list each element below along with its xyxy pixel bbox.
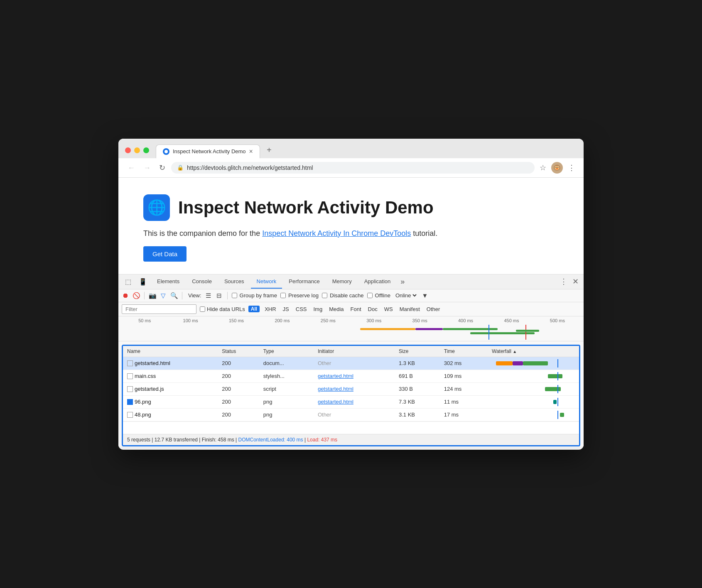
- filter-css[interactable]: CSS: [294, 305, 309, 313]
- get-data-button[interactable]: Get Data: [143, 246, 187, 262]
- filter-js[interactable]: JS: [281, 305, 291, 313]
- new-tab-button[interactable]: +: [263, 144, 275, 157]
- cell-status: 200: [218, 408, 259, 421]
- active-tab[interactable]: Inspect Network Activity Demo ×: [156, 145, 260, 158]
- initiator-other: Other: [318, 360, 331, 366]
- url-bar[interactable]: 🔒 https://devtools.glitch.me/network/get…: [171, 162, 535, 174]
- devtools-close-button[interactable]: ✕: [571, 275, 580, 288]
- url-text: https://devtools.glitch.me/network/getst…: [187, 164, 529, 171]
- initiator-link[interactable]: getstarted.html: [318, 386, 353, 392]
- table-row[interactable]: 48.png 200 png Other 3.1 KB 17 ms: [123, 408, 579, 421]
- initiator-link[interactable]: getstarted.html: [318, 373, 353, 379]
- tl-load-line: [525, 325, 526, 340]
- waterfall-view-button[interactable]: ⊟: [216, 292, 223, 299]
- device-icon[interactable]: 📱: [135, 274, 150, 289]
- toolbar-separator-1: [144, 292, 145, 299]
- tab-bar: Inspect Network Activity Demo × +: [156, 144, 275, 158]
- tl-overview-bar-3: [443, 328, 498, 330]
- offline-checkbox[interactable]: [367, 293, 373, 298]
- filter-img[interactable]: Img: [312, 305, 324, 313]
- record-button[interactable]: ⏺: [122, 292, 129, 299]
- cell-size: 3.1 KB: [395, 408, 440, 421]
- clear-button[interactable]: 🚫: [133, 292, 140, 299]
- dom-content-loaded-text: DOMContentLoaded: 400 ms: [238, 437, 303, 443]
- cell-name: getstarted.html: [123, 357, 218, 370]
- window-controls: [125, 147, 149, 153]
- filter-media[interactable]: Media: [327, 305, 345, 313]
- mark-500: 500 ms: [535, 318, 580, 323]
- status-separator: |: [303, 437, 307, 443]
- toolbar-separator-2: [182, 292, 182, 299]
- group-by-frame-label[interactable]: Group by frame: [232, 292, 277, 299]
- view-label: View:: [188, 292, 201, 299]
- tab-network[interactable]: Network: [251, 275, 282, 289]
- tab-elements[interactable]: Elements: [151, 275, 185, 289]
- cell-waterfall: [488, 395, 579, 408]
- mark-300: 300 ms: [351, 318, 397, 323]
- mark-350: 350 ms: [397, 318, 442, 323]
- camera-button[interactable]: 📷: [149, 292, 156, 299]
- inspect-icon[interactable]: ⬚: [122, 274, 135, 289]
- tab-sources[interactable]: Sources: [218, 275, 250, 289]
- filter-font[interactable]: Font: [349, 305, 363, 313]
- tab-memory[interactable]: Memory: [326, 275, 358, 289]
- offline-label[interactable]: Offline: [367, 292, 390, 299]
- page-title: Inspect Network Activity Demo: [178, 198, 434, 218]
- initiator-link[interactable]: getstarted.html: [318, 399, 353, 405]
- cell-initiator: getstarted.html: [314, 395, 395, 408]
- disable-cache-checkbox[interactable]: [322, 293, 327, 298]
- filter-input[interactable]: [122, 304, 196, 314]
- table-row[interactable]: main.css 200 stylesh... getstarted.html …: [123, 370, 579, 382]
- all-filter-badge[interactable]: All: [248, 306, 260, 312]
- bookmark-button[interactable]: ☆: [538, 162, 548, 174]
- tab-performance[interactable]: Performance: [283, 275, 325, 289]
- more-tabs-button[interactable]: »: [397, 275, 408, 289]
- filter-manifest[interactable]: Manifest: [398, 305, 422, 313]
- list-view-button[interactable]: ☰: [205, 292, 212, 299]
- preserve-log-label[interactable]: Preserve log: [280, 292, 319, 299]
- back-button[interactable]: ←: [125, 162, 137, 173]
- network-table: Name Status Type Initiator Size Time Wat…: [123, 346, 579, 421]
- preserve-log-checkbox[interactable]: [280, 293, 286, 298]
- network-panel-highlighted: Name Status Type Initiator Size Time Wat…: [122, 345, 580, 446]
- tab-favicon: [163, 148, 169, 155]
- tl-overview-bar-4: [470, 332, 535, 334]
- browser-window: Inspect Network Activity Demo × + ← → ↻ …: [118, 139, 584, 450]
- throttle-select[interactable]: Online: [394, 292, 418, 299]
- subtitle-link[interactable]: Inspect Network Activity In Chrome DevTo…: [262, 229, 411, 238]
- filter-doc[interactable]: Doc: [366, 305, 379, 313]
- close-button[interactable]: [125, 147, 131, 153]
- filter-button[interactable]: ▽: [160, 292, 167, 299]
- table-row[interactable]: getstarted.js 200 script getstarted.html…: [123, 382, 579, 395]
- disable-cache-label[interactable]: Disable cache: [322, 292, 364, 299]
- timeline: 50 ms 100 ms 150 ms 200 ms 250 ms 300 ms…: [118, 316, 584, 341]
- profile-avatar[interactable]: 🐵: [551, 162, 563, 174]
- col-status: Status: [218, 346, 259, 357]
- logo-emoji: 🌐: [147, 199, 166, 216]
- menu-button[interactable]: ⋮: [566, 162, 577, 174]
- timeline-bars: [122, 325, 580, 340]
- filter-other[interactable]: Other: [425, 305, 442, 313]
- maximize-button[interactable]: [143, 147, 149, 153]
- cell-time: 109 ms: [440, 370, 488, 382]
- filter-bar: Hide data URLs All XHR JS CSS Img Media …: [118, 302, 584, 316]
- tab-console[interactable]: Console: [186, 275, 218, 289]
- search-button[interactable]: 🔍: [170, 292, 178, 299]
- cell-type: png: [259, 408, 314, 421]
- table-row[interactable]: getstarted.html 200 docum... Other 1.3 K…: [123, 357, 579, 370]
- filter-ws[interactable]: WS: [383, 305, 395, 313]
- minimize-button[interactable]: [134, 147, 140, 153]
- tab-application[interactable]: Application: [358, 275, 397, 289]
- preserve-log-text: Preserve log: [288, 292, 319, 299]
- lock-icon: 🔒: [177, 164, 184, 171]
- hide-data-urls-checkbox[interactable]: [200, 306, 205, 312]
- devtools-menu-button[interactable]: ⋮: [558, 275, 569, 288]
- reload-button[interactable]: ↻: [157, 162, 168, 173]
- table-row[interactable]: 96.png 200 png getstarted.html 7.3 KB 11…: [123, 395, 579, 408]
- tab-close-button[interactable]: ×: [249, 148, 253, 155]
- group-by-frame-checkbox[interactable]: [232, 293, 237, 298]
- filter-xhr[interactable]: XHR: [263, 305, 277, 313]
- throttle-dropdown-icon[interactable]: ▼: [421, 292, 429, 299]
- forward-button[interactable]: →: [141, 162, 153, 173]
- hide-data-urls-label[interactable]: Hide data URLs: [200, 306, 245, 312]
